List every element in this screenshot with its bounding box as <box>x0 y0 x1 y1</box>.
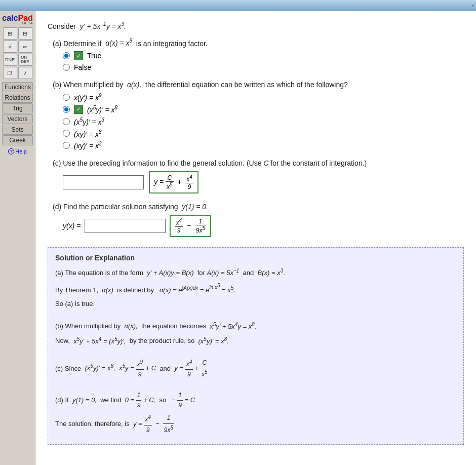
part-c: (c) Use the preceding information to fin… <box>48 159 464 193</box>
part-d-input[interactable] <box>85 219 166 233</box>
grid-button[interactable]: ⊞ <box>3 27 17 40</box>
option-b5-label: (xy)' = x3 <box>74 141 102 150</box>
part-d-label: (d) Find the particular solution satisfy… <box>53 203 464 211</box>
correct-icon-b: ✓ <box>74 105 83 114</box>
solution-part-a-2: By Theorem 1, α(x) is defined by α(x) = … <box>55 282 456 295</box>
solution-part-b-1: (b) When multiplied by α(x), the equatio… <box>55 320 456 332</box>
radio-b4[interactable] <box>63 130 70 137</box>
option-b3[interactable]: (x5y)' = x3 <box>53 117 464 126</box>
sidebar: calcPad BETA ⊞ ⊟ √ ∞ DNE UNDEF □! i Func… <box>0 11 35 465</box>
infinity-button[interactable]: ∞ <box>18 41 32 53</box>
part-c-label: (c) Use the preceding information to fin… <box>53 159 464 167</box>
option-b1[interactable]: x(y') = x9 <box>53 93 464 102</box>
option-true[interactable]: ✓ True <box>53 51 464 60</box>
radio-b2-inner <box>64 107 68 111</box>
problem-equation: y' + 5x−1y = x3. <box>80 22 126 30</box>
option-true-label: True <box>87 52 101 60</box>
solution-title: Solution or Explanation <box>55 254 456 262</box>
solution-part-d-1: (d) If y(1) = 0, we find 0 = 1 9 + C; so… <box>55 391 456 410</box>
option-false-label: False <box>74 63 91 71</box>
undef-button[interactable]: UNDEF <box>18 54 32 66</box>
part-c-input[interactable] <box>63 175 144 189</box>
sidebar-item-vectors[interactable]: Vectors <box>2 114 33 124</box>
sidebar-item-relations[interactable]: Relations <box>2 93 33 103</box>
help-label: Help <box>15 148 27 154</box>
option-b2-label: (x5y)' = x8 <box>87 105 117 114</box>
part-b: (b) When multiplied by α(x), the differe… <box>48 81 464 150</box>
option-b4[interactable]: (xy)' = x8 <box>53 129 464 138</box>
info-button[interactable]: i <box>18 67 32 79</box>
radio-b3[interactable] <box>63 118 70 125</box>
sidebar-item-functions[interactable]: Functions <box>2 82 33 92</box>
part-d-answer-row: y(x) = x4 9 − 1 9x5 <box>53 215 464 237</box>
sidebar-item-trig[interactable]: Trig <box>2 103 33 113</box>
part-a-label: (a) Determine if α(x) = x5 is an integra… <box>53 38 464 48</box>
option-b4-label: (xy)' = x8 <box>74 129 102 138</box>
radio-b2[interactable] <box>63 106 70 113</box>
expand-button[interactable]: ⊟ <box>18 27 32 40</box>
problem-header: Consider y' + 5x−1y = x3. <box>48 21 464 30</box>
option-b1-label: x(y') = x9 <box>74 93 102 102</box>
option-false[interactable]: False <box>53 63 464 71</box>
sidebar-btn-row-4: □! i <box>2 67 33 79</box>
factorial-button[interactable]: □! <box>3 67 17 79</box>
part-a: (a) Determine if α(x) = x5 is an integra… <box>48 38 464 72</box>
sidebar-btn-row-1: ⊞ ⊟ <box>2 27 33 40</box>
part-d-formula: x4 9 − 1 9x5 <box>170 215 211 237</box>
logo: calcPad BETA <box>2 13 33 25</box>
option-b5[interactable]: (xy)' = x3 <box>53 141 464 150</box>
solution-part-d-2: The solution, therefore, is y = x4 9 − 1… <box>55 413 456 435</box>
radio-true-inner <box>64 54 68 58</box>
option-b2[interactable]: ✓ (x5y)' = x8 <box>53 105 464 114</box>
radio-true[interactable] <box>63 52 70 59</box>
main-layout: calcPad BETA ⊞ ⊟ √ ∞ DNE UNDEF □! i Func… <box>0 11 476 465</box>
sidebar-btn-row-3: DNE UNDEF <box>2 54 33 66</box>
sqrt-button[interactable]: √ <box>3 41 17 53</box>
sidebar-btn-row-2: √ ∞ <box>2 41 33 53</box>
correct-icon-a: ✓ <box>74 51 83 60</box>
option-b3-label: (x5y)' = x3 <box>74 117 104 126</box>
solution-part-c: (c) Since (x5y)' = x8, x5y = x9 9 + C an… <box>55 358 456 379</box>
part-b-label: (b) When multiplied by α(x), the differe… <box>53 81 464 89</box>
titlebar: - <box>0 0 476 11</box>
solution-part-b-2: Now, x5y' + 5x4 = (x5y)', by the product… <box>55 335 456 346</box>
part-c-answer-row: y = C x5 + x4 9 <box>53 171 464 193</box>
content-area: Consider y' + 5x−1y = x3. (a) Determine … <box>35 11 476 465</box>
part-c-formula: y = C x5 + x4 9 <box>149 171 199 193</box>
help-link[interactable]: ? Help <box>2 148 33 154</box>
part-d: (d) Find the particular solution satisfy… <box>48 203 464 237</box>
help-circle-icon: ? <box>8 148 14 154</box>
sidebar-nav: Functions Relations Trig Vectors Sets Gr… <box>2 82 33 145</box>
solution-box: Solution or Explanation (a) The equation… <box>48 247 464 445</box>
radio-false[interactable] <box>63 64 70 71</box>
sidebar-item-sets[interactable]: Sets <box>2 125 33 135</box>
solution-part-a-3: So (a) is true. <box>55 299 456 309</box>
radio-b5[interactable] <box>63 142 70 149</box>
logo-calc: calc <box>2 14 18 22</box>
dne-button[interactable]: DNE <box>3 54 17 66</box>
radio-b1[interactable] <box>63 94 70 101</box>
solution-part-a-1: (a) The equation is of the form y' + A(x… <box>55 267 456 279</box>
part-d-prefix: y(x) = <box>63 222 81 230</box>
minimize-button[interactable]: - <box>471 2 474 10</box>
sidebar-item-greek[interactable]: Greek <box>2 135 33 145</box>
